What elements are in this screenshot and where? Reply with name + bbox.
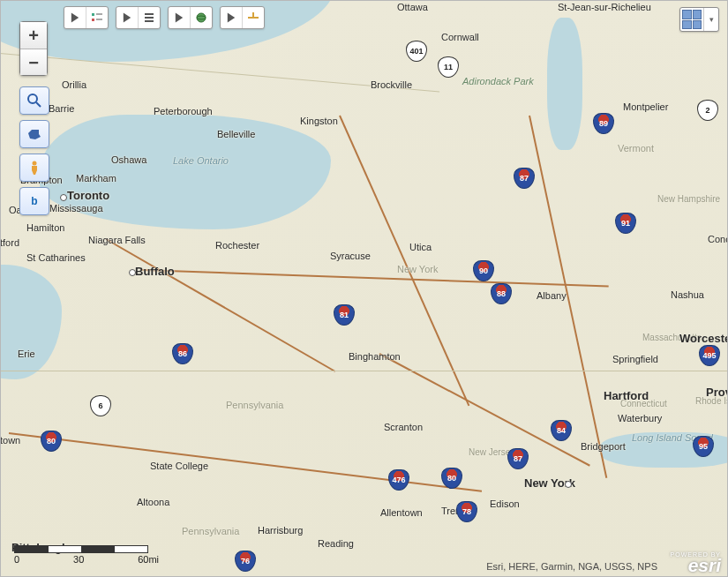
city-peterborough: Peterborough [154,106,213,116]
zoom-rectangle-button[interactable] [19,86,49,115]
svg-point-11 [28,94,37,103]
pegman-icon [26,160,42,176]
magnifier-icon [26,93,42,109]
city-erie: Erie [18,348,35,359]
city-ottawa: Ottawa [397,2,428,12]
scale-bar-graphic [14,545,148,553]
svg-point-13 [33,161,37,166]
shield-i89: 89 [593,113,614,134]
shield-i86: 86 [172,343,193,364]
ny-boundary-button[interactable] [19,120,49,148]
city-binghamton: Binghamton [349,351,401,362]
zoom-control: + − [19,21,48,76]
city-springfield: Springfield [612,354,658,364]
city-scranton: Scranton [384,422,423,432]
city-cornwall: Cornwall [441,32,479,42]
city-utica: Utica [409,242,432,252]
city-toronto: Toronto [67,189,109,202]
scale-bar: 0 30 60mi [14,545,159,565]
ny-shape-icon [26,126,42,142]
city-hartford: Hartford [604,389,649,402]
shield-i81: 81 [334,304,355,326]
city-orillia: Orillia [62,79,86,90]
city-provi: Provi [706,386,728,399]
city-belleville: Belleville [217,129,255,139]
street-view-button[interactable] [19,154,49,182]
esri-wordmark: esri [671,558,721,573]
city-markham: Markham [76,173,116,184]
city-barrie: Barrie [49,103,74,114]
shield-us6: 6 [90,395,111,416]
svg-rect-0 [92,13,94,16]
city-altoona: Altoona [137,497,169,507]
city-allentown: Allentown [380,507,423,518]
shield-i76: 76 [235,551,256,572]
svg-text:b: b [31,195,37,207]
city-hamilton: Hamilton [26,222,64,233]
legend-toggle-button[interactable] [64,7,86,28]
dot-newyork [565,481,572,488]
city-rochester: Rochester [215,240,259,251]
scale-60: 60mi [138,554,159,565]
shield-i80b: 80 [441,468,462,489]
zoom-out-button[interactable]: − [20,49,47,75]
zoom-in-button[interactable]: + [20,22,47,49]
city-town: town [0,435,20,446]
shield-i87b: 87 [507,448,529,469]
city-harrisburg: Harrisburg [258,525,303,536]
basemap-globe-button[interactable] [190,7,212,28]
toolbar-group-measure [220,6,265,29]
map-canvas[interactable]: New York Pennsylvania Pennsylvania Vermo… [0,0,728,577]
toolbar-group-layers [116,6,161,29]
region-ny: New York [397,264,438,274]
legend-panel-button[interactable] [86,7,108,28]
shield-i84: 84 [551,420,572,441]
layers-list-button[interactable] [138,7,160,28]
city-stjean: St-Jean-sur-Richelieu [558,2,651,12]
shield-401: 401 [406,41,427,62]
attribution-text: Esri, HERE, Garmin, NGA, USGS, NPS [486,561,657,572]
region-pa: Pennsylvania [226,400,283,410]
shield-us11: 11 [438,56,459,78]
measure-tool-button[interactable] [242,7,264,28]
city-statecollege: State College [150,461,208,471]
region-vt: Vermont [618,143,654,154]
city-conc: Conc [708,234,728,244]
measure-toggle-button[interactable] [221,7,242,28]
lake-ontario-label: Lake Ontario [173,155,229,166]
city-nashua: Nashua [671,289,704,300]
basemap-picker[interactable]: ▾ [679,7,719,32]
city-stcath: St Catharines [26,252,86,263]
shield-i78: 78 [456,501,477,522]
shield-i87a: 87 [514,168,535,189]
city-bridgeport: Bridgeport [581,441,626,452]
city-kingston: Kingston [300,116,338,126]
basemap-dropdown-arrow[interactable]: ▾ [703,8,718,31]
dot-toronto [60,194,67,201]
shield-i80a: 80 [41,431,62,452]
region-pa2: Pennsylvania [182,526,239,536]
esri-logo: POWERED BY esri [671,551,721,573]
city-niagara: Niagara Falls [88,235,146,245]
park-adk: Adirondack Park [462,76,534,86]
layers-toggle-button[interactable] [116,7,138,28]
city-waterbury: Waterbury [618,413,662,423]
city-tford: tford [0,237,19,248]
region-nh: New Hampshire [657,194,720,204]
svg-point-7 [197,13,206,22]
scale-30: 30 [73,554,84,565]
city-buffalo: Buffalo [135,265,175,278]
city-worcester: Worcester [679,332,728,345]
bing-maps-button[interactable]: b [19,187,49,215]
svg-line-12 [36,102,41,107]
city-oshawa: Oshawa [111,154,146,165]
city-albany: Albany [537,290,567,301]
city-mississauga: Mississauga [49,203,103,214]
city-brockville: Brockville [371,79,412,90]
city-reading: Reading [318,538,354,549]
city-syracuse: Syracuse [330,251,371,261]
basemap-toggle-button[interactable] [169,7,190,28]
shield-i90: 90 [473,260,494,281]
shield-us2: 2 [697,100,718,121]
bing-icon: b [26,193,42,209]
